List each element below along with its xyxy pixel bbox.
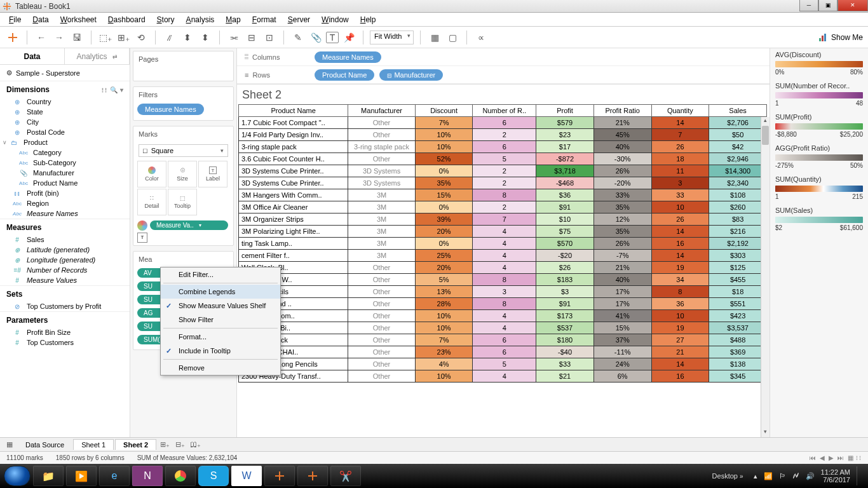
- table-cell[interactable]: 4: [473, 262, 536, 274]
- table-cell[interactable]: 52%: [415, 153, 473, 165]
- table-cell[interactable]: $537: [536, 322, 594, 334]
- table-cell[interactable]: 10%: [415, 310, 473, 322]
- maximize-button[interactable]: ▣: [818, 0, 837, 11]
- legend[interactable]: AVG(Discount) 0%80%: [775, 51, 863, 76]
- menu-map[interactable]: Map: [220, 14, 245, 25]
- table-cell[interactable]: $91: [536, 201, 594, 214]
- table-cell[interactable]: 26%: [593, 165, 651, 177]
- table-cell[interactable]: 2: [473, 201, 536, 214]
- tab-sheet2[interactable]: Sheet 2: [115, 439, 156, 450]
- table-cell[interactable]: Other: [348, 346, 415, 358]
- table-cell[interactable]: 19: [651, 322, 709, 334]
- share-icon[interactable]: ∝: [473, 30, 489, 45]
- aggregate-icon[interactable]: ⊡: [262, 30, 277, 45]
- table-cell[interactable]: $3,537: [709, 322, 767, 334]
- nav-prev-icon[interactable]: ◀: [820, 454, 825, 461]
- table-cell[interactable]: 15%: [415, 189, 473, 201]
- meas-sales[interactable]: #Sales: [0, 234, 130, 245]
- table-cell[interactable]: 35%: [593, 201, 651, 214]
- menu-dashboard[interactable]: Dashboard: [103, 14, 151, 25]
- table-cell[interactable]: Other: [348, 334, 415, 346]
- ctx-format[interactable]: Format...: [161, 330, 280, 344]
- ctx-combine-legends[interactable]: Combine Legends: [161, 285, 280, 299]
- table-cell[interactable]: 7%: [415, 334, 473, 346]
- filter-pill[interactable]: Measure Names: [137, 104, 204, 115]
- tab-sheet1[interactable]: Sheet 1: [73, 439, 114, 450]
- table-cell[interactable]: 4: [473, 310, 536, 322]
- dim-category[interactable]: AbcCategory: [0, 147, 130, 158]
- meas-values[interactable]: #Measure Values: [0, 275, 130, 285]
- table-cell[interactable]: 15%: [593, 322, 651, 334]
- table-cell[interactable]: 14: [651, 117, 709, 129]
- table-cell[interactable]: $91: [536, 298, 594, 310]
- table-cell[interactable]: 4: [473, 226, 536, 238]
- table-cell[interactable]: 0%: [415, 238, 473, 250]
- show-desktop-button[interactable]: [857, 466, 862, 485]
- table-cell[interactable]: Other: [348, 153, 415, 165]
- table-cell[interactable]: 4: [473, 370, 536, 383]
- view-toggle-icon[interactable]: ▦ ⫶⫶: [848, 454, 862, 461]
- table-cell[interactable]: Other: [348, 298, 415, 310]
- legend[interactable]: SUM(Quantity) 1215: [775, 175, 863, 200]
- start-button[interactable]: [4, 466, 31, 486]
- menu-icon[interactable]: ▾: [120, 86, 123, 93]
- new-dashboard-icon[interactable]: ⊟₊: [173, 439, 187, 451]
- menu-format[interactable]: Format: [247, 14, 281, 25]
- menu-file[interactable]: File: [4, 14, 26, 25]
- legend[interactable]: SUM(Sales) $2$61,600: [775, 207, 863, 231]
- dim-region[interactable]: AbcRegion: [0, 198, 130, 208]
- nav-next-icon[interactable]: ▶: [829, 454, 834, 461]
- table-cell[interactable]: Other: [348, 262, 415, 274]
- table-cell[interactable]: 8: [473, 189, 536, 201]
- table-cell[interactable]: -$20: [536, 250, 594, 262]
- table-cell[interactable]: 20%: [415, 226, 473, 238]
- table-cell[interactable]: $3,718: [536, 165, 594, 177]
- forward-icon[interactable]: →: [51, 30, 67, 45]
- table-cell[interactable]: 6: [473, 117, 536, 129]
- marks-label-button[interactable]: TLabel: [198, 161, 227, 187]
- table-cell[interactable]: Other: [348, 370, 415, 383]
- table-cell[interactable]: $42: [709, 141, 767, 153]
- dim-state[interactable]: ⊕State: [0, 107, 130, 117]
- table-cell[interactable]: 4%: [415, 358, 473, 370]
- table-cell[interactable]: 6%: [593, 370, 651, 383]
- table-cell[interactable]: 7%: [415, 117, 473, 129]
- taskbar-onenote-icon[interactable]: N: [132, 466, 163, 486]
- table-cell[interactable]: Other: [348, 322, 415, 334]
- nav-last-icon[interactable]: ⏭: [837, 454, 844, 461]
- table-cell[interactable]: 6: [473, 334, 536, 346]
- table-cell[interactable]: 24%: [593, 358, 651, 370]
- table-cell[interactable]: 3M: [348, 250, 415, 262]
- meas-lat[interactable]: ⊕Latitude (generated): [0, 245, 130, 255]
- table-cell[interactable]: $180: [536, 334, 594, 346]
- table-cell[interactable]: -20%: [593, 177, 651, 189]
- fit-selector[interactable]: Fit Width: [370, 30, 414, 44]
- set-top-customers[interactable]: ⊘Top Customers by Profit: [0, 301, 130, 311]
- dim-productname[interactable]: AbcProduct Name: [0, 178, 130, 188]
- table-cell[interactable]: Other: [348, 358, 415, 370]
- table-cell[interactable]: 35%: [415, 177, 473, 189]
- table-cell[interactable]: 3: [651, 177, 709, 189]
- table-cell[interactable]: 4: [473, 250, 536, 262]
- table-cell[interactable]: 14: [651, 226, 709, 238]
- table-cell[interactable]: 33: [651, 189, 709, 201]
- table-cell[interactable]: 20%: [415, 262, 473, 274]
- table-cell[interactable]: 11: [651, 165, 709, 177]
- slideshow-icon[interactable]: ▢: [445, 30, 460, 45]
- table-cell[interactable]: 0%: [415, 165, 473, 177]
- table-cell[interactable]: 14: [651, 250, 709, 262]
- scroll-thumb[interactable]: [762, 126, 769, 145]
- new-story-icon[interactable]: 🕮₊: [188, 439, 202, 451]
- ctx-edit-filter[interactable]: Edit Filter...: [161, 268, 280, 281]
- table-cell[interactable]: 7: [473, 214, 536, 226]
- tableau-icon[interactable]: [5, 30, 20, 45]
- dim-product-folder[interactable]: ∨🗀Product: [0, 137, 130, 147]
- menu-help[interactable]: Help: [355, 14, 381, 25]
- param-top-customers[interactable]: #Top Customers: [0, 337, 130, 348]
- pin-icon[interactable]: 📎: [308, 30, 323, 45]
- table-cell[interactable]: 5%: [415, 274, 473, 286]
- table-cell[interactable]: 17%: [593, 298, 651, 310]
- menu-worksheet[interactable]: Worksheet: [55, 14, 102, 25]
- legend[interactable]: SUM(Number of Recor.. 148: [775, 82, 863, 107]
- table-cell[interactable]: $125: [709, 262, 767, 274]
